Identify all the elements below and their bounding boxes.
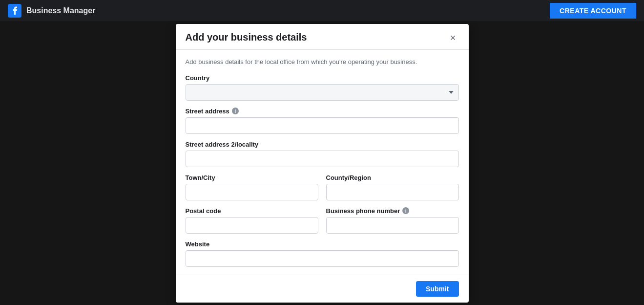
country-group: Country United States United Kingdom Can… bbox=[186, 74, 459, 101]
street-address2-group: Street address 2/locality bbox=[186, 141, 459, 167]
modal-header: Add your business details × bbox=[176, 24, 469, 50]
top-bar: Business Manager CREATE ACCOUNT bbox=[0, 0, 644, 21]
postal-code-label: Postal code bbox=[186, 207, 318, 215]
top-bar-left: Business Manager bbox=[8, 4, 95, 18]
town-county-row: Town/City County/Region bbox=[186, 174, 459, 200]
town-city-group: Town/City bbox=[186, 174, 318, 200]
business-phone-info-icon: i bbox=[402, 207, 409, 214]
country-label: Country bbox=[186, 74, 459, 82]
street-address-input[interactable] bbox=[186, 117, 459, 134]
submit-button[interactable]: Submit bbox=[416, 281, 458, 297]
postal-code-input[interactable] bbox=[186, 217, 318, 234]
business-phone-label: Business phone number i bbox=[326, 207, 459, 215]
modal-title: Add your business details bbox=[186, 32, 307, 43]
create-account-button[interactable]: CREATE ACCOUNT bbox=[550, 3, 636, 19]
modal-dialog: Add your business details × Add business… bbox=[176, 24, 469, 303]
street-address-group: Street address i bbox=[186, 108, 459, 134]
street-address-info-icon: i bbox=[232, 108, 239, 114]
modal-footer: Submit bbox=[176, 275, 469, 303]
website-input[interactable] bbox=[186, 250, 459, 267]
street-address2-input[interactable] bbox=[186, 151, 459, 167]
modal-body: Add business details for the local offic… bbox=[176, 50, 469, 275]
postal-phone-row: Postal code Business phone number i bbox=[186, 207, 459, 234]
modal-subtitle: Add business details for the local offic… bbox=[186, 58, 459, 66]
county-region-group: County/Region bbox=[326, 174, 459, 200]
business-phone-group: Business phone number i bbox=[326, 207, 459, 234]
website-label: Website bbox=[186, 240, 459, 248]
app-title: Business Manager bbox=[26, 6, 95, 15]
modal-overlay: Add your business details × Add business… bbox=[0, 21, 644, 305]
postal-code-group: Postal code bbox=[186, 207, 318, 234]
county-region-label: County/Region bbox=[326, 174, 459, 181]
county-region-input[interactable] bbox=[326, 184, 459, 200]
street-address-label: Street address i bbox=[186, 108, 459, 115]
facebook-logo-icon bbox=[8, 4, 21, 18]
country-select[interactable]: United States United Kingdom Canada Aust… bbox=[186, 84, 459, 101]
business-phone-input[interactable] bbox=[326, 217, 459, 234]
modal-close-button[interactable]: × bbox=[447, 32, 459, 44]
street-address2-label: Street address 2/locality bbox=[186, 141, 459, 148]
town-city-input[interactable] bbox=[186, 184, 318, 200]
website-group: Website bbox=[186, 240, 459, 267]
town-city-label: Town/City bbox=[186, 174, 318, 181]
